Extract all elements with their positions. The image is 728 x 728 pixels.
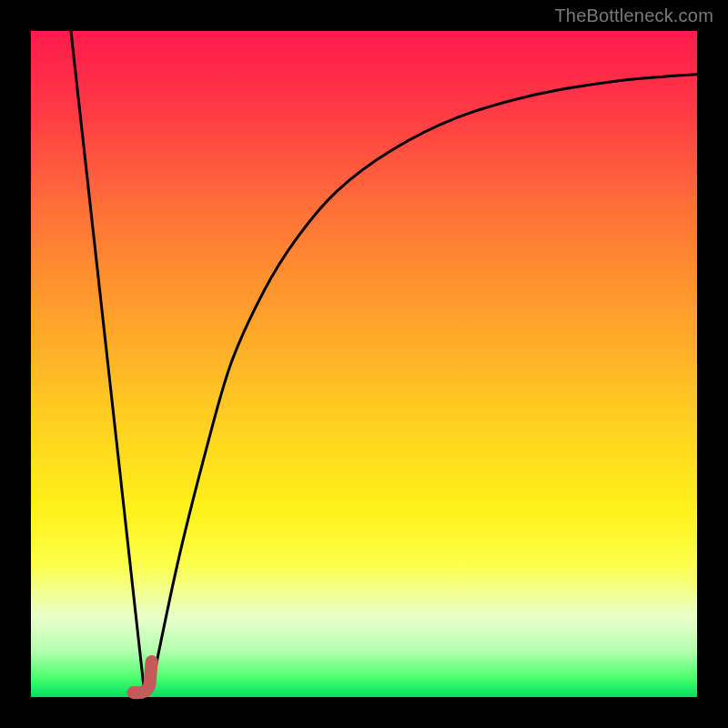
- chart-frame: TheBottleneck.com: [0, 0, 728, 728]
- curve-layer: [31, 31, 697, 697]
- curve-right-ascent: [151, 75, 697, 691]
- watermark-text: TheBottleneck.com: [554, 5, 713, 26]
- curve-left-descent: [71, 31, 145, 691]
- plot-area: [31, 31, 697, 697]
